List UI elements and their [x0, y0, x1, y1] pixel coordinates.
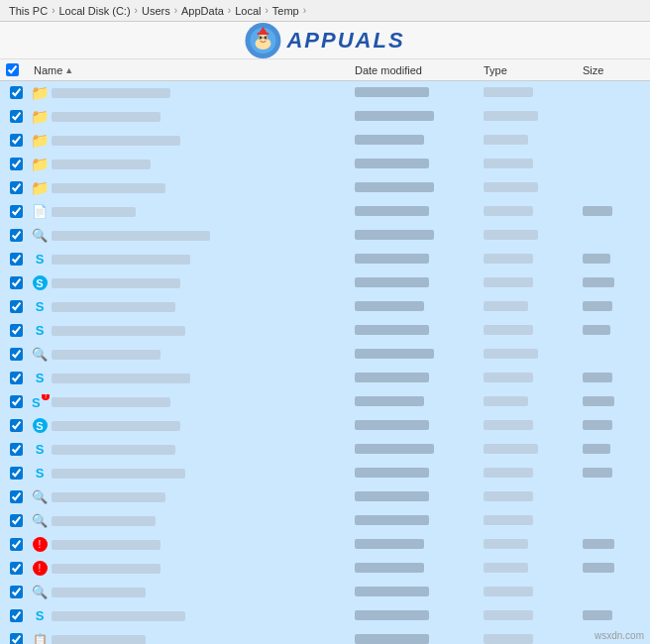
- file-type-icon: S: [32, 371, 48, 386]
- file-size: [579, 563, 648, 575]
- file-row[interactable]: S: [0, 295, 650, 319]
- file-type-text: [480, 111, 579, 123]
- file-row[interactable]: 📁: [0, 153, 650, 176]
- col-name[interactable]: Name ▲: [30, 59, 351, 80]
- col-type[interactable]: Type: [480, 59, 579, 80]
- file-row[interactable]: S: [0, 604, 650, 628]
- file-checkbox[interactable]: [2, 134, 30, 147]
- file-checkbox[interactable]: [2, 586, 30, 598]
- file-checkbox[interactable]: [2, 300, 30, 313]
- file-checkbox[interactable]: [2, 538, 30, 551]
- file-date: [351, 539, 480, 551]
- file-name-cell: S: [30, 442, 351, 458]
- file-row[interactable]: 🔍: [0, 509, 650, 533]
- file-row[interactable]: 📋: [0, 628, 650, 644]
- file-size: [579, 206, 648, 218]
- file-row[interactable]: !: [0, 533, 650, 557]
- file-name-cell: 🔍: [30, 489, 351, 505]
- file-date: [351, 277, 480, 289]
- file-checkbox[interactable]: [2, 633, 30, 644]
- file-row[interactable]: 🔍: [0, 581, 650, 604]
- file-size: [579, 325, 648, 337]
- file-name-text: [52, 421, 180, 431]
- col-size-label: Size: [583, 64, 603, 76]
- file-name-text: [52, 635, 146, 645]
- file-date: [351, 349, 480, 361]
- file-date: [351, 135, 480, 147]
- breadcrumb-users[interactable]: Users: [139, 4, 173, 18]
- file-date: [351, 230, 480, 242]
- watermark-text: wsxdn.com: [595, 630, 644, 641]
- file-checkbox[interactable]: [2, 205, 30, 218]
- file-checkbox[interactable]: [2, 158, 30, 170]
- file-checkbox[interactable]: [2, 395, 30, 408]
- file-name-cell: S: [30, 323, 351, 339]
- file-type-text: [480, 349, 579, 361]
- column-headers: Name ▲ Date modified Type Size: [0, 59, 650, 81]
- file-row[interactable]: 🔍: [0, 224, 650, 248]
- file-checkbox[interactable]: [2, 86, 30, 99]
- file-row[interactable]: 📁: [0, 129, 650, 153]
- file-name-text: [52, 231, 210, 241]
- file-row[interactable]: S: [0, 414, 650, 438]
- file-type-icon: S: [32, 275, 48, 291]
- col-date-label: Date modified: [355, 64, 422, 76]
- file-type-icon: S: [32, 252, 48, 268]
- breadcrumb-thispc[interactable]: This PC: [6, 4, 51, 18]
- file-row[interactable]: 📄: [0, 200, 650, 224]
- file-row[interactable]: 📁: [0, 105, 650, 129]
- breadcrumb-temp[interactable]: Temp: [270, 4, 302, 18]
- file-date: [351, 396, 480, 408]
- file-name-text: [52, 278, 180, 288]
- file-row[interactable]: 🔍: [0, 485, 650, 509]
- breadcrumb-localdisk[interactable]: Local Disk (C:): [55, 4, 133, 18]
- file-checkbox[interactable]: [2, 514, 30, 527]
- file-size: [579, 468, 648, 480]
- file-row[interactable]: S: [0, 319, 650, 343]
- file-checkbox[interactable]: [2, 181, 30, 194]
- file-name-text: [52, 492, 165, 502]
- file-row[interactable]: S: [0, 438, 650, 462]
- file-type-icon: S!: [32, 394, 48, 410]
- file-checkbox[interactable]: [2, 562, 30, 575]
- file-row[interactable]: 📁: [0, 81, 650, 105]
- file-checkbox[interactable]: [2, 467, 30, 480]
- file-checkbox[interactable]: [2, 372, 30, 384]
- file-name-text: [52, 160, 151, 169]
- file-row[interactable]: 🔍: [0, 343, 650, 367]
- appuals-text: APPUALS: [286, 28, 404, 54]
- file-type-text: [480, 563, 579, 575]
- file-checkbox[interactable]: [2, 229, 30, 242]
- file-name-cell: 🔍: [30, 228, 351, 244]
- col-date[interactable]: Date modified: [351, 59, 480, 80]
- file-name-text: [52, 302, 175, 312]
- file-checkbox[interactable]: [2, 110, 30, 123]
- breadcrumb-appdata[interactable]: AppData: [178, 4, 227, 18]
- file-checkbox[interactable]: [2, 609, 30, 622]
- col-size[interactable]: Size: [579, 59, 648, 80]
- col-checkbox[interactable]: [2, 59, 30, 80]
- file-name-text: [52, 588, 146, 597]
- file-type-icon: S: [32, 466, 48, 482]
- file-checkbox[interactable]: [2, 253, 30, 266]
- file-type-text: [480, 587, 579, 598]
- file-checkbox[interactable]: [2, 276, 30, 289]
- file-row[interactable]: S: [0, 462, 650, 485]
- file-row[interactable]: S: [0, 271, 650, 295]
- file-row[interactable]: S!: [0, 390, 650, 414]
- file-type-text: [480, 182, 579, 194]
- file-row[interactable]: 📁: [0, 176, 650, 200]
- file-checkbox[interactable]: [2, 348, 30, 361]
- file-checkbox[interactable]: [2, 419, 30, 432]
- file-row[interactable]: !: [0, 557, 650, 581]
- file-row[interactable]: S: [0, 248, 650, 271]
- file-name-text: [52, 255, 190, 265]
- file-checkbox[interactable]: [2, 443, 30, 456]
- file-type-text: [480, 373, 579, 384]
- file-checkbox[interactable]: [2, 490, 30, 503]
- breadcrumb-local[interactable]: Local: [232, 4, 264, 18]
- file-row[interactable]: S: [0, 367, 650, 390]
- file-name-text: [52, 183, 165, 193]
- file-checkbox[interactable]: [2, 324, 30, 337]
- logo-mascot-icon: [245, 23, 280, 58]
